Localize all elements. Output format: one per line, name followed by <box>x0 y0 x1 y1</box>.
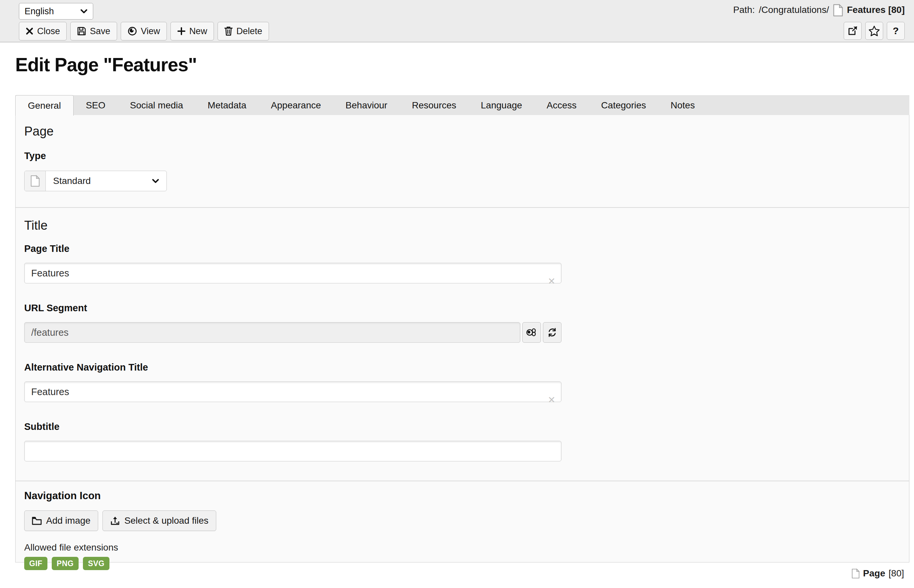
page-doc-icon <box>852 569 860 579</box>
save-icon <box>77 26 86 36</box>
path-value: /Congratulations/ <box>759 5 829 15</box>
select-upload-files-button[interactable]: Select & upload files <box>102 510 216 531</box>
section-heading-page: Page <box>24 124 900 139</box>
footer-doc-type: Page <box>863 568 885 579</box>
alt-nav-title-label: Alternative Navigation Title <box>24 362 900 373</box>
toolbar-buttons: Close Save View New <box>19 22 269 40</box>
field-url-segment: URL Segment <box>24 303 900 343</box>
favorite-button[interactable] <box>865 22 883 40</box>
tab-categories[interactable]: Categories <box>589 95 658 115</box>
footer-doc-id: [80] <box>888 568 904 579</box>
extension-badge-png: PNG <box>52 557 79 570</box>
page-title: Edit Page "Features" <box>15 54 197 76</box>
breadcrumb: Path: /Congratulations/ Features [80] <box>733 0 905 20</box>
upload-icon <box>110 516 120 526</box>
page-doc-icon <box>833 4 843 16</box>
tab-bar: General SEO Social media Metadata Appear… <box>15 95 909 115</box>
subtitle-label: Subtitle <box>24 421 900 432</box>
alt-nav-title-input[interactable] <box>24 381 561 402</box>
tab-appearance[interactable]: Appearance <box>259 95 333 115</box>
delete-button[interactable]: Delete <box>218 22 269 40</box>
section-title: Title Page Title ✕ URL Segment <box>16 208 909 461</box>
add-image-button[interactable]: Add image <box>24 510 98 531</box>
tab-access[interactable]: Access <box>534 95 589 115</box>
chevron-down-icon <box>80 9 87 14</box>
language-select[interactable]: English <box>19 3 93 19</box>
open-external-button[interactable] <box>844 22 862 40</box>
eye-link-icon <box>526 328 537 338</box>
preview-link-button[interactable] <box>523 322 541 343</box>
question-mark-icon: ? <box>893 25 899 36</box>
chevron-down-icon <box>152 179 159 183</box>
help-button[interactable]: ? <box>887 22 905 40</box>
save-button[interactable]: Save <box>70 22 117 40</box>
page-type-value: Standard <box>53 176 91 186</box>
tab-seo[interactable]: SEO <box>74 95 118 115</box>
regenerate-url-button[interactable] <box>543 322 561 343</box>
folder-icon <box>32 516 42 525</box>
star-icon <box>869 26 880 36</box>
eye-icon <box>127 26 137 36</box>
top-toolbar: English Close Save V <box>0 0 914 42</box>
extension-badges: GIF PNG SVG <box>24 557 900 570</box>
tab-resources[interactable]: Resources <box>400 95 469 115</box>
footer-doc-info: Page [80] <box>852 568 904 579</box>
page-title-input[interactable] <box>24 263 561 283</box>
page-edit-screen: English Close Save V <box>0 0 914 588</box>
section-navigation-icon: Navigation Icon Add image Select & uploa… <box>16 481 909 570</box>
external-link-icon <box>848 26 857 36</box>
field-page-title: Page Title ✕ <box>24 243 900 283</box>
section-page: Page Type Standard <box>16 115 909 191</box>
page-type-doc-icon <box>24 171 46 191</box>
refresh-icon <box>547 327 558 338</box>
language-select-value: English <box>24 6 54 16</box>
tab-behaviour[interactable]: Behaviour <box>333 95 400 115</box>
view-button[interactable]: View <box>121 22 167 40</box>
tab-general[interactable]: General <box>15 95 74 116</box>
type-label: Type <box>24 150 900 162</box>
path-label: Path: <box>733 5 755 15</box>
tab-content-panel: Page Type Standard Title Page Title <box>15 115 909 562</box>
page-title-label: Page Title <box>24 243 900 254</box>
field-alt-nav-title: Alternative Navigation Title ✕ <box>24 362 900 402</box>
tab-metadata[interactable]: Metadata <box>195 95 259 115</box>
tab-notes[interactable]: Notes <box>658 95 707 115</box>
extension-badge-svg: SVG <box>83 557 110 570</box>
navigation-icon-heading: Navigation Icon <box>24 490 900 502</box>
tab-language[interactable]: Language <box>469 95 535 115</box>
close-icon <box>26 27 34 35</box>
plus-icon <box>177 27 186 36</box>
new-button[interactable]: New <box>170 22 214 40</box>
url-segment-input[interactable] <box>24 322 520 343</box>
field-subtitle: Subtitle <box>24 421 900 461</box>
clear-icon[interactable]: ✕ <box>548 277 555 286</box>
url-segment-label: URL Segment <box>24 303 900 313</box>
current-doc-title: Features [80] <box>847 5 905 15</box>
clear-icon[interactable]: ✕ <box>548 396 555 405</box>
trash-icon <box>224 26 233 36</box>
page-type-control: Standard <box>24 171 167 191</box>
page-type-select[interactable]: Standard <box>46 171 167 191</box>
close-button[interactable]: Close <box>19 22 67 40</box>
tab-social-media[interactable]: Social media <box>118 95 195 115</box>
corner-buttons: ? <box>844 22 905 40</box>
section-heading-title: Title <box>24 218 900 233</box>
allowed-extensions-label: Allowed file extensions <box>24 542 900 553</box>
extension-badge-gif: GIF <box>24 557 47 570</box>
subtitle-input[interactable] <box>24 441 561 461</box>
